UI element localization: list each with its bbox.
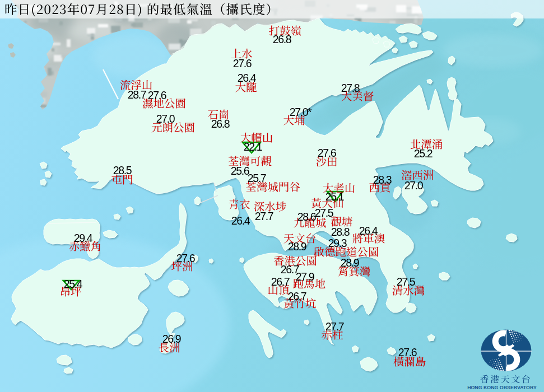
svg-text:26.4: 26.4 xyxy=(359,225,378,237)
svg-text:27.0*: 27.0* xyxy=(290,106,312,118)
svg-text:22.1: 22.1 xyxy=(244,141,262,153)
svg-text:27.6: 27.6 xyxy=(176,252,195,264)
svg-text:26.9: 26.9 xyxy=(162,333,181,345)
svg-text:HONG KONG OBSERVATORY: HONG KONG OBSERVATORY xyxy=(467,385,537,390)
svg-text:25.2: 25.2 xyxy=(414,147,433,160)
svg-text:27.5: 27.5 xyxy=(315,207,334,219)
svg-text:27.6: 27.6 xyxy=(318,147,336,159)
svg-text:28.5: 28.5 xyxy=(113,164,132,176)
svg-text:29.4: 29.4 xyxy=(74,232,93,244)
svg-text:29.3: 29.3 xyxy=(328,237,347,249)
svg-text:26.8: 26.8 xyxy=(211,118,230,130)
svg-text:26.7: 26.7 xyxy=(271,276,290,288)
svg-text:28.9: 28.9 xyxy=(341,256,359,269)
svg-text:27.6: 27.6 xyxy=(148,89,166,101)
svg-text:27.6: 27.6 xyxy=(398,346,417,358)
svg-text:26.7: 26.7 xyxy=(288,290,306,302)
svg-text:26.4: 26.4 xyxy=(231,214,250,227)
svg-text:25.1: 25.1 xyxy=(326,190,344,203)
svg-text:25.7: 25.7 xyxy=(248,172,266,184)
svg-text:27.5: 27.5 xyxy=(397,276,416,288)
svg-text:28.8: 28.8 xyxy=(331,226,350,238)
svg-text:28.7: 28.7 xyxy=(128,88,146,101)
svg-text:28.9: 28.9 xyxy=(288,240,306,253)
svg-text:27.7: 27.7 xyxy=(326,320,344,333)
svg-text:27.8: 27.8 xyxy=(341,82,360,94)
svg-text:27.7: 27.7 xyxy=(255,210,273,222)
svg-text:28.3: 28.3 xyxy=(373,174,392,186)
svg-text:26.4: 26.4 xyxy=(238,72,257,84)
svg-text:25.4: 25.4 xyxy=(64,278,83,290)
svg-text:27.9: 27.9 xyxy=(296,270,314,283)
svg-text:27.0: 27.0 xyxy=(404,179,424,192)
svg-text:26.8: 26.8 xyxy=(273,33,291,45)
svg-text:28.6: 28.6 xyxy=(297,211,316,223)
svg-text:27.0: 27.0 xyxy=(156,113,175,125)
svg-text:25.6: 25.6 xyxy=(231,165,249,177)
svg-text:27.6: 27.6 xyxy=(233,57,252,69)
